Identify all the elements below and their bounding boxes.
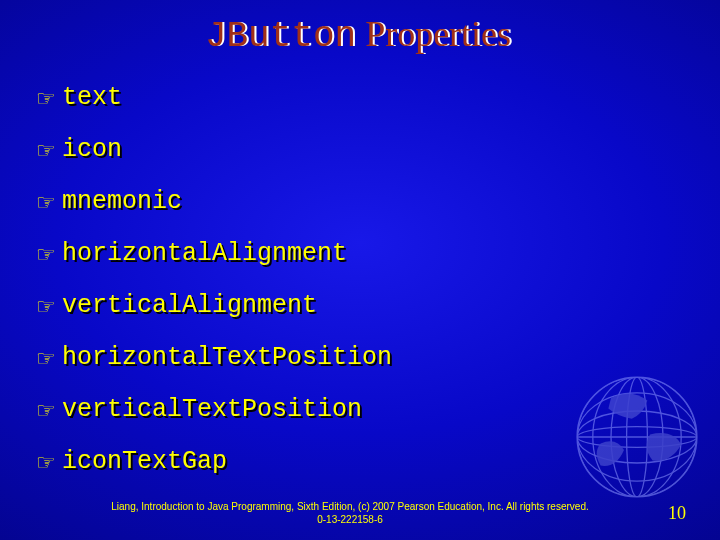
pointing-hand-icon: ☞: [36, 140, 64, 162]
property-text: verticalTextPosition: [62, 397, 362, 422]
pointing-hand-icon: ☞: [36, 348, 64, 370]
property-text: horizontalAlignment: [62, 241, 347, 266]
pointing-hand-icon: ☞: [36, 88, 64, 110]
property-text: horizontalTextPosition: [62, 345, 392, 370]
property-text: iconTextGap: [62, 449, 227, 474]
slide-title: JButton Properties: [0, 16, 718, 56]
slide: JButton Properties JButton Properties ☞ …: [0, 0, 720, 540]
title-serif: Properties: [356, 14, 511, 54]
footer-text: Liang, Introduction to Java Programming,…: [110, 501, 590, 526]
property-label: iconTextGap iconTextGap: [64, 451, 229, 476]
list-item: ☞ horizontalTextPosition horizontalTextP…: [36, 344, 680, 374]
property-label: horizontalAlignment horizontalAlignment: [64, 243, 349, 268]
property-label: verticalTextPosition verticalTextPositio…: [64, 399, 364, 424]
property-text: verticalAlignment: [62, 293, 317, 318]
list-item: ☞ horizontalAlignment horizontalAlignmen…: [36, 240, 680, 270]
title-mono: JButton: [205, 16, 356, 57]
list-item: ☞ icon icon: [36, 136, 680, 166]
list-item: ☞ mnemonic mnemonic: [36, 188, 680, 218]
property-label: icon icon: [64, 139, 124, 164]
list-item: ☞ verticalAlignment verticalAlignment: [36, 292, 680, 322]
property-text: mnemonic: [62, 189, 182, 214]
property-label: horizontalTextPosition horizontalTextPos…: [64, 347, 394, 372]
pointing-hand-icon: ☞: [36, 296, 64, 318]
pointing-hand-icon: ☞: [36, 452, 64, 474]
property-text: icon: [62, 137, 122, 162]
property-label: text text: [64, 87, 124, 112]
property-text: text: [62, 85, 122, 110]
pointing-hand-icon: ☞: [36, 244, 64, 266]
property-label: verticalAlignment verticalAlignment: [64, 295, 319, 320]
list-item: ☞ text text: [36, 84, 680, 114]
page-number: 10: [668, 503, 686, 524]
pointing-hand-icon: ☞: [36, 192, 64, 214]
globe-icon: [572, 372, 702, 502]
pointing-hand-icon: ☞: [36, 400, 64, 422]
property-label: mnemonic mnemonic: [64, 191, 184, 216]
